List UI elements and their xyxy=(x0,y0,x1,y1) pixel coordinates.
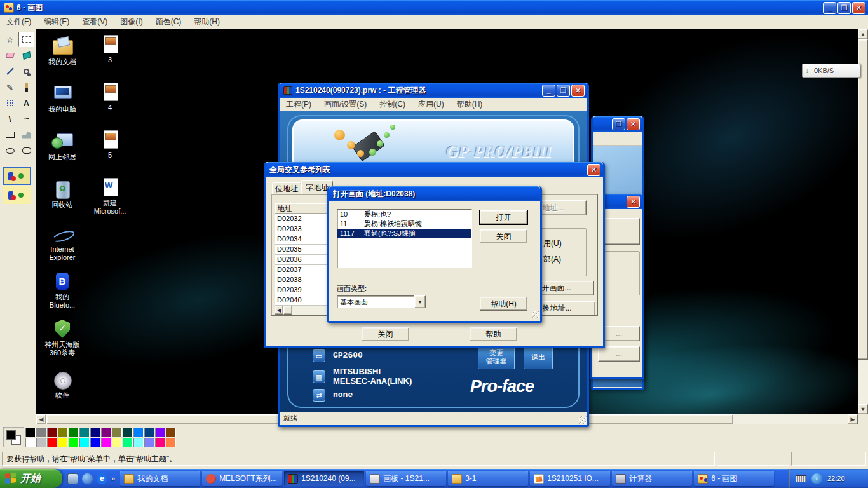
desktop-icon-img[interactable]: 3 xyxy=(87,35,133,64)
radio-use-label[interactable]: 用(U) xyxy=(543,238,562,249)
close-button[interactable]: ✕ xyxy=(852,2,865,14)
palette-color-0-12[interactable] xyxy=(155,428,165,437)
taskbar-task-5[interactable]: 1S210251 IO... xyxy=(530,471,610,486)
address-row-5[interactable]: D02037 xyxy=(275,265,330,275)
palette-color-1-5[interactable] xyxy=(79,438,90,447)
tool-airbrush[interactable] xyxy=(2,95,18,111)
scroll-up-button[interactable]: ▲ xyxy=(858,29,868,39)
chevron-icon[interactable]: » xyxy=(111,475,115,482)
resize-grip[interactable] xyxy=(532,311,539,318)
taskbar-task-7[interactable]: 6 - 画图 xyxy=(694,471,774,486)
address-row-2[interactable]: D02034 xyxy=(275,234,330,245)
palette-color-1-2[interactable] xyxy=(47,438,57,447)
desktop-icon-disc[interactable]: 软件 xyxy=(39,370,85,400)
palette-color-1-0[interactable] xyxy=(25,438,36,447)
tool-brush[interactable] xyxy=(18,79,34,95)
combobox-dropdown-button[interactable]: ▼ xyxy=(414,295,426,308)
palette-color-0-0[interactable] xyxy=(25,428,36,437)
paint-menu-1[interactable]: 编辑(E) xyxy=(37,15,76,29)
tool-text[interactable]: A xyxy=(18,95,34,111)
desktop-icon-bin[interactable]: 回收站 xyxy=(39,180,85,209)
paint-menu-5[interactable]: 帮助(H) xyxy=(187,15,226,29)
desktop-icon-comp[interactable]: 我的电脑 xyxy=(39,85,85,114)
exit-button[interactable]: 退出 xyxy=(524,345,553,369)
palette-color-0-1[interactable] xyxy=(36,428,46,437)
palette-color-1-11[interactable] xyxy=(144,438,154,447)
desktop-icon-shield[interactable]: 神州天海版 360杀毒 xyxy=(39,320,85,357)
close-button[interactable]: ✕ xyxy=(587,164,600,176)
taskbar-task-2[interactable]: 1S210240 (09... xyxy=(284,471,364,486)
right-dialog-dots-button-2[interactable]: ... xyxy=(598,346,640,362)
scroll-down-button[interactable]: ▼ xyxy=(858,404,868,414)
tab-bit-address[interactable]: 位地址 xyxy=(272,182,301,194)
show-desktop-icon[interactable] xyxy=(67,473,78,484)
crossref-close-button[interactable]: 关闭 xyxy=(362,327,409,341)
screen-type-combobox[interactable]: 基本画面 ▼ xyxy=(337,295,426,308)
tool-color-picker[interactable] xyxy=(2,64,18,79)
keyboard-tray-icon[interactable] xyxy=(796,475,806,482)
tool-ellipse[interactable] xyxy=(2,143,18,158)
address-row-1[interactable]: D02033 xyxy=(275,224,330,234)
address-table-hscrollbar[interactable]: ◀ xyxy=(275,306,330,315)
address-row-0[interactable]: D02032 xyxy=(275,214,330,224)
tool-free-select[interactable]: ☆ xyxy=(2,32,18,47)
taskbar-task-6[interactable]: 计算器 xyxy=(612,471,692,486)
paint-menu-3[interactable]: 图像(I) xyxy=(114,15,149,29)
minimize-button[interactable]: _ xyxy=(823,2,836,14)
palette-color-0-13[interactable] xyxy=(166,428,176,437)
palette-color-1-1[interactable] xyxy=(36,438,46,447)
tool-eraser[interactable] xyxy=(2,48,18,63)
desktop-icon-word[interactable]: 新建 Microsof... xyxy=(87,178,133,215)
palette-color-1-4[interactable] xyxy=(69,438,79,447)
palette-color-0-8[interactable] xyxy=(112,428,122,437)
palette-color-1-8[interactable] xyxy=(112,438,122,447)
palette-color-1-6[interactable] xyxy=(90,438,100,447)
crossref-help-button[interactable]: 帮助 xyxy=(470,327,517,341)
address-column-header[interactable]: 地址 xyxy=(275,203,330,214)
desktop-icon-bt[interactable]: 我的 Blueto... xyxy=(39,272,85,309)
scroll-left-button[interactable]: ◀ xyxy=(36,414,46,424)
minimize-button[interactable]: _ xyxy=(542,85,555,97)
palette-color-0-7[interactable] xyxy=(101,428,111,437)
desktop-icon-img[interactable]: 4 xyxy=(87,83,133,112)
tool-curve[interactable]: ~ xyxy=(18,111,34,126)
tool-fill[interactable] xyxy=(18,48,34,63)
palette-color-0-11[interactable] xyxy=(144,428,154,437)
palette-color-0-10[interactable] xyxy=(133,428,144,437)
tool-magnifier[interactable] xyxy=(18,64,34,79)
pm-menu-4[interactable]: 帮助(H) xyxy=(451,97,489,112)
screen-list-item-2[interactable]: 1117寋婍(也?:SJ馃搥 xyxy=(337,229,471,238)
close-button[interactable]: ✕ xyxy=(627,196,640,208)
paint-menu-0[interactable]: 文件(F) xyxy=(0,15,37,29)
resize-grip[interactable] xyxy=(579,416,587,424)
palette-color-1-13[interactable] xyxy=(166,438,176,447)
option-opaque[interactable] xyxy=(3,167,31,185)
tool-polygon[interactable] xyxy=(18,127,34,142)
option-transparent[interactable] xyxy=(3,186,31,204)
address-row-7[interactable]: D02039 xyxy=(275,285,330,295)
close-button[interactable]: ✕ xyxy=(627,118,640,130)
pm-menu-3[interactable]: 应用(U) xyxy=(412,97,451,112)
start-button[interactable]: 开始 xyxy=(0,469,62,488)
screen-list-item-0[interactable]: 10爰枴:也? xyxy=(337,210,471,219)
current-colors-indicator[interactable] xyxy=(3,427,24,447)
palette-color-0-9[interactable] xyxy=(123,428,133,437)
screen-list-item-1[interactable]: 11爰枴:棉袄垍寴晒惋 xyxy=(337,219,471,229)
paint-canvas[interactable]: 我的文档我的电脑网上邻居回收站Internet Explorer我的 Bluet… xyxy=(36,29,858,414)
scroll-left-button[interactable]: ◀ xyxy=(275,306,283,315)
palette-color-0-2[interactable] xyxy=(47,428,57,437)
dialog-close-button[interactable]: 关闭 xyxy=(480,229,527,243)
close-button[interactable]: ✕ xyxy=(571,85,585,97)
taskbar-task-0[interactable]: 我的文档 xyxy=(120,471,200,486)
palette-color-1-3[interactable] xyxy=(58,438,68,447)
messenger-icon[interactable] xyxy=(82,473,93,484)
palette-color-1-10[interactable] xyxy=(133,438,144,447)
address-table[interactable]: 地址 D02032D02033D02034D02035D02036D02037D… xyxy=(275,203,330,306)
paint-menu-4[interactable]: 颜色(C) xyxy=(149,15,188,29)
tool-line[interactable]: \ xyxy=(2,111,18,126)
paint-menu-2[interactable]: 查看(V) xyxy=(76,15,114,29)
taskbar-task-4[interactable]: 3-1 xyxy=(448,471,528,486)
scroll-right-button[interactable]: ▶ xyxy=(848,414,858,424)
tool-select[interactable] xyxy=(18,32,34,47)
open-button[interactable]: 打开 xyxy=(480,210,527,224)
